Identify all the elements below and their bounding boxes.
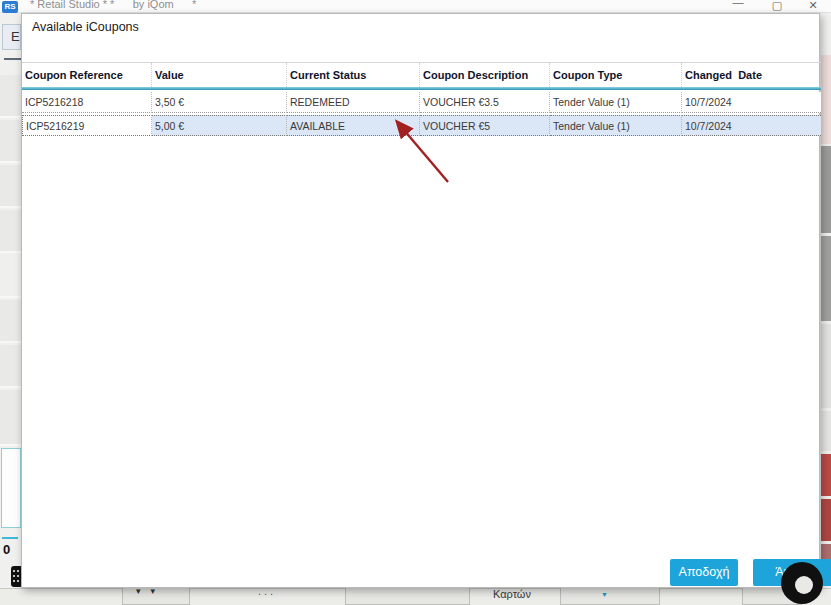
- background-total-underline: [2, 537, 18, 539]
- column-header-current-status[interactable]: Current Status: [287, 63, 420, 87]
- table-row-selected[interactable]: ICP5216219 5,00 € AVAILABLE VOUCHER €5 T…: [22, 115, 821, 136]
- cell-coupon-type: Tender Value (1): [550, 92, 682, 113]
- cell-coupon-reference: ICP5216219: [22, 115, 152, 136]
- cell-coupon-type: Tender Value (1): [550, 115, 682, 136]
- cell-coupon-description: VOUCHER €5: [420, 115, 550, 136]
- background-bottom-bar: ▾▾ ... Καρτών ▼: [0, 588, 831, 605]
- dropdown-arrow-icon[interactable]: ▼: [601, 591, 608, 598]
- column-header-coupon-type[interactable]: Coupon Type: [550, 63, 682, 87]
- table-header-row: Coupon Reference Value Current Status Co…: [22, 62, 821, 87]
- column-header-coupon-reference[interactable]: Coupon Reference: [22, 63, 152, 87]
- available-icoupons-dialog: Available iCoupons Coupon Reference Valu…: [21, 13, 820, 588]
- column-header-value[interactable]: Value: [152, 63, 287, 87]
- accept-button[interactable]: Αποδοχή: [670, 559, 738, 586]
- screen: RS * Retail Studio * * by iQom * — ▢ ✕ E…: [0, 0, 831, 605]
- main-window-title: * Retail Studio * * by iQom *: [30, 0, 196, 10]
- background-side-button[interactable]: [821, 499, 831, 541]
- background-left-tab[interactable]: E: [2, 24, 21, 50]
- cell-value: 5,00 €: [152, 115, 287, 136]
- background-grid-button[interactable]: [0, 345, 21, 388]
- background-grid-button[interactable]: [0, 210, 21, 253]
- background-grid-button[interactable]: [0, 390, 21, 446]
- background-side-button[interactable]: [821, 146, 831, 233]
- background-bottom-button[interactable]: [345, 587, 470, 605]
- app-logo-icon: RS: [2, 1, 18, 13]
- header-accent-line: [22, 87, 821, 90]
- background-left-divider: [4, 58, 21, 60]
- cell-changed-date: 10/7/2024: [682, 92, 821, 113]
- background-side-button[interactable]: [821, 55, 831, 144]
- maximize-icon[interactable]: ▢: [770, 0, 784, 12]
- background-grid-button[interactable]: [0, 75, 21, 118]
- table-row[interactable]: ICP5216218 3,50 € REDEMEED VOUCHER €3.5 …: [22, 92, 821, 113]
- background-entry-box[interactable]: [1, 448, 21, 528]
- background-grid-button[interactable]: [0, 120, 21, 163]
- cell-current-status: AVAILABLE: [287, 115, 420, 136]
- cell-coupon-description: VOUCHER €3.5: [420, 92, 550, 113]
- close-icon[interactable]: ✕: [806, 0, 820, 12]
- cell-coupon-reference: ICP5216218: [22, 92, 152, 113]
- cell-value: 3,50 €: [152, 92, 287, 113]
- main-window-titlebar: RS * Retail Studio * * by iQom * — ▢ ✕: [0, 0, 831, 13]
- column-header-coupon-description[interactable]: Coupon Description: [420, 63, 550, 87]
- cell-current-status: REDEMEED: [287, 92, 420, 113]
- background-side-button[interactable]: [821, 236, 831, 321]
- background-side-button[interactable]: [821, 411, 831, 451]
- background-grid-button[interactable]: [0, 255, 21, 298]
- coupons-table: Coupon Reference Value Current Status Co…: [22, 62, 821, 136]
- column-header-changed-date[interactable]: Changed Date: [682, 63, 821, 87]
- background-total-value: 0: [3, 542, 10, 557]
- background-grid-button[interactable]: [0, 165, 21, 208]
- background-side-button[interactable]: [821, 454, 831, 496]
- minimize-icon[interactable]: —: [731, 0, 745, 8]
- logo-circle: [781, 562, 823, 604]
- cell-changed-date: 10/7/2024: [682, 115, 821, 136]
- cards-label: Καρτών: [493, 588, 531, 600]
- background-side-button[interactable]: [821, 324, 831, 408]
- dialog-title: Available iCoupons: [32, 20, 139, 34]
- background-grid-button[interactable]: [0, 300, 21, 343]
- background-bottom-button[interactable]: [560, 587, 660, 605]
